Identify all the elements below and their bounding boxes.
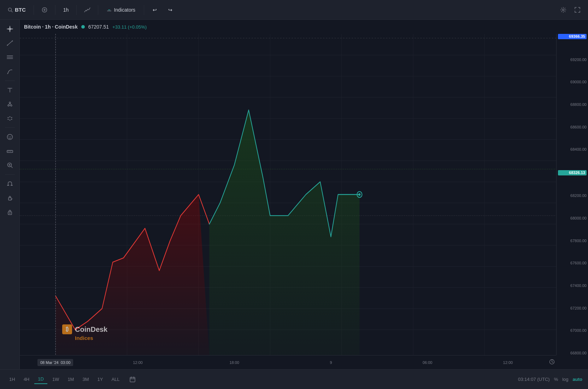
svg-point-34 [7, 134, 12, 140]
price-label-10: 67400.00 [558, 284, 587, 288]
time-label-06: 06:00 [423, 360, 433, 365]
price-label-8: 67800.00 [558, 239, 587, 243]
ruler-icon [6, 148, 13, 155]
timeframe-selector[interactable]: 1h [60, 5, 72, 15]
nodes-icon [6, 101, 13, 108]
brush-dots-tool[interactable] [4, 112, 16, 125]
redo-icon: ↪ [168, 7, 172, 13]
watermark-logo: ₿ CoinDesk [62, 324, 107, 334]
magnet-tool[interactable] [4, 178, 16, 190]
time-label-12b: 12:00 [503, 360, 513, 365]
chart-header: Bitcoin · 1h · CoinDesk 67207.51 +33.11 … [20, 20, 588, 34]
ruler-tool[interactable] [4, 145, 16, 157]
svg-point-30 [11, 117, 12, 118]
indicators-label: Indicators [114, 7, 135, 13]
time-label-9: 9 [330, 360, 332, 365]
indicators-btn[interactable]: Indicators [102, 5, 140, 15]
price-current-label: 68326.13 [558, 170, 587, 175]
tf-1m[interactable]: 1M [64, 375, 77, 384]
separator-1 [34, 5, 34, 15]
separator-3 [76, 5, 77, 15]
bottom-right: 03:14:07 (UTC) % log auto [518, 377, 582, 382]
price-label-11: 67200.00 [558, 306, 587, 310]
percent-btn[interactable]: % [554, 377, 558, 382]
svg-point-15 [12, 41, 13, 42]
line-draw-tool[interactable] [4, 37, 16, 49]
emoji-tool[interactable] [4, 131, 16, 143]
lock-tool[interactable] [4, 206, 16, 219]
fullscreen-btn[interactable] [571, 4, 584, 16]
text-tool[interactable] [4, 84, 16, 96]
price-label-4: 68600.00 [558, 125, 587, 129]
price-label-12: 67000.00 [558, 329, 587, 333]
indicators-icon [107, 7, 112, 12]
price-change: +33.11 (+0.05%) [112, 24, 147, 30]
lock-edit-tool[interactable] [4, 192, 16, 204]
nodes-tool[interactable] [4, 98, 16, 110]
line-draw-icon [6, 40, 13, 47]
pen-tool[interactable] [4, 65, 16, 78]
toolbar-right [557, 4, 584, 16]
price-label-2: 69000.00 [558, 80, 587, 84]
svg-marker-77 [209, 110, 359, 355]
add-indicator-btn[interactable] [38, 4, 51, 16]
undo-icon: ↩ [153, 7, 157, 13]
tf-4h[interactable]: 4H [20, 375, 33, 384]
magnet-icon [6, 180, 13, 187]
watermark-name: CoinDesk [75, 325, 107, 334]
svg-point-7 [563, 9, 564, 11]
left-sidebar [0, 20, 20, 369]
crosshair-tool[interactable] [4, 23, 16, 35]
tf-all[interactable]: ALL [108, 375, 123, 384]
calendar-icon [129, 376, 136, 383]
tf-1d[interactable]: 1D [34, 375, 47, 384]
horizontal-lines-icon [6, 54, 13, 61]
price-chart[interactable] [20, 34, 556, 355]
separator-2 [55, 5, 55, 15]
emoji-icon [6, 133, 13, 140]
svg-point-12 [9, 28, 11, 30]
zoom-in-tool[interactable] [4, 159, 16, 172]
pen-icon [6, 68, 13, 75]
lock-icon [6, 209, 13, 216]
svg-rect-37 [7, 150, 13, 152]
chart-type-btn[interactable] [81, 4, 94, 16]
price-label-1: 69200.00 [558, 58, 587, 62]
auto-btn[interactable]: auto [573, 377, 582, 382]
chart-type-icon [84, 7, 90, 12]
tf-1h[interactable]: 1H [6, 375, 19, 384]
chart-area[interactable]: Bitcoin · 1h · CoinDesk 67207.51 +33.11 … [20, 20, 588, 369]
tf-3m[interactable]: 3M [79, 375, 92, 384]
price-label-6: 68200.00 [558, 194, 587, 198]
price-label-13: 66800.00 [558, 351, 587, 355]
svg-point-29 [9, 116, 10, 118]
separator-5 [144, 5, 144, 15]
settings-btn[interactable] [557, 4, 570, 16]
symbol-selector[interactable]: BTC [4, 5, 29, 15]
calendar-btn[interactable] [126, 373, 139, 386]
svg-point-33 [11, 119, 12, 120]
date-highlight: 08 Mar '24 03:00 [37, 359, 73, 366]
clock-icon[interactable] [549, 359, 555, 366]
price-high-label: 69366.35 [558, 34, 587, 39]
watermark: ₿ CoinDesk Indices [62, 324, 107, 341]
log-btn[interactable]: log [562, 377, 568, 382]
search-icon [8, 7, 13, 12]
crosshair-icon [6, 25, 13, 32]
time-label-18: 18:00 [229, 360, 239, 365]
utc-time: 03:14:07 (UTC) [518, 377, 550, 382]
svg-point-32 [9, 120, 10, 121]
svg-point-28 [7, 117, 8, 118]
tf-1y[interactable]: 1Y [94, 375, 107, 384]
tf-1w[interactable]: 1W [49, 375, 63, 384]
live-dot [81, 25, 85, 29]
sidebar-sep-1 [5, 80, 15, 81]
top-toolbar: BTC 1h Indicators ↩ ↪ [0, 0, 588, 20]
horizontal-ray-tool[interactable] [4, 51, 16, 64]
price-label-5: 68400.00 [558, 148, 587, 151]
fullscreen-icon [575, 7, 580, 13]
price-axis: 69366.35 69200.00 69000.00 68800.00 6860… [556, 34, 588, 355]
redo-btn[interactable]: ↪ [164, 4, 177, 16]
svg-line-26 [10, 103, 11, 105]
undo-btn[interactable]: ↩ [148, 4, 161, 16]
